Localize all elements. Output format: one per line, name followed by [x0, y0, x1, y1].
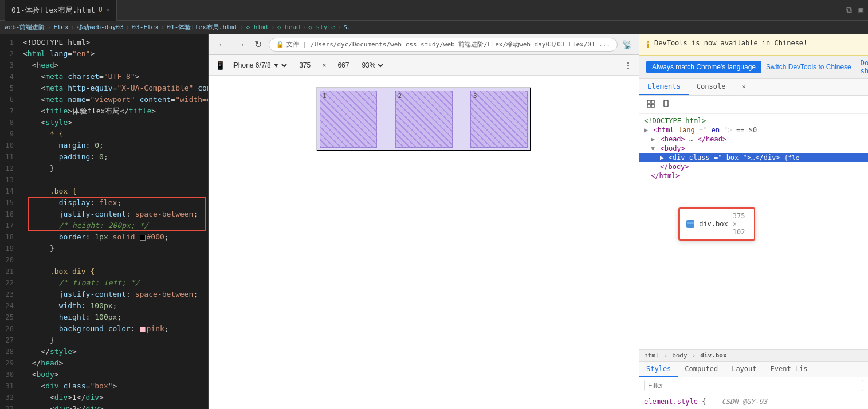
code-line-18: 18 border: 1px solid #000; — [0, 231, 208, 243]
device-selector[interactable]: iPhone 6/7/8 ▼ — [230, 61, 289, 70]
forward-button[interactable]: → — [234, 38, 248, 51]
bc-web[interactable]: web-前端进阶 — [5, 23, 45, 32]
code-line-28: 28 </style> — [0, 346, 208, 357]
devtools-lang-bar: Always match Chrome's language Switch De… — [639, 56, 868, 79]
switch-to-chinese-button[interactable]: Switch DevTools to Chinese — [766, 63, 851, 71]
mobile-frame: 1 2 3 — [316, 87, 531, 151]
height-input[interactable]: 667 — [332, 61, 355, 69]
svg-rect-2 — [647, 100, 650, 103]
element-style-line: element.style { CSDN @GY-93 — [644, 398, 863, 406]
bc-selector[interactable]: $.​ — [343, 23, 351, 31]
url-text: 文件 | /Users/dyc/Documents/web-css-study/… — [286, 40, 610, 49]
svg-rect-1 — [687, 222, 694, 224]
dont-show-button[interactable]: Don't show — [861, 59, 868, 75]
code-line-7: 7 <title>体验flex布局</title> — [0, 105, 208, 117]
tab-elements[interactable]: Elements — [639, 79, 689, 95]
tab-item[interactable]: 01-体验flex布局.html U × — [5, 0, 117, 21]
dom-body-open[interactable]: ▼ <body> — [639, 144, 868, 153]
flex-demo-box: 1 2 3 — [317, 88, 531, 151]
code-line-4: 4 <meta charset="UTF-8"> — [0, 71, 208, 82]
svg-rect-5 — [651, 104, 654, 107]
path-html[interactable]: html — [644, 352, 659, 359]
code-line-5: 5 <meta http-equiv="X-UA-Compatible" con… — [0, 82, 208, 94]
tab-more[interactable]: » — [733, 79, 753, 95]
code-line-32: 32 <div>1</div> — [0, 392, 208, 403]
bc-03flex[interactable]: 03-Flex — [132, 23, 158, 31]
flex-child-3: 3 — [470, 91, 528, 148]
code-line-22: 22 /* float: left; */ — [0, 277, 208, 289]
code-panel[interactable]: 1 <!DOCTYPE html> 2 <html lang="en"> 3 <… — [0, 34, 209, 409]
cast-icon: 📡 — [622, 40, 632, 49]
tooltip-element-icon — [686, 220, 694, 228]
bc-file[interactable]: 01-体验flex布局.html — [167, 23, 237, 32]
dom-doctype[interactable]: <!DOCTYPE html> — [639, 116, 868, 125]
code-line-33: 33 <div>2</div> — [0, 403, 208, 409]
tab-close[interactable]: × — [106, 6, 110, 14]
path-div[interactable]: div.box — [700, 352, 726, 359]
code-line-6: 6 <meta name="viewport" content="width=d… — [0, 94, 208, 105]
path-body[interactable]: body — [672, 352, 688, 359]
mobile-preview-area: 1 2 3 div.box 375 × 102 — [209, 76, 639, 409]
inspect-element-button[interactable] — [644, 98, 658, 111]
computed-tab[interactable]: Computed — [678, 362, 725, 377]
tab-filename: 01-体验flex布局.html — [11, 5, 95, 15]
url-bar[interactable]: 🔒 文件 | /Users/dyc/Documents/web-css-stud… — [269, 38, 618, 52]
element-tooltip: div.box 375 × 102 — [678, 207, 755, 241]
width-input[interactable]: 375 — [293, 61, 316, 69]
code-line-19: 19 } — [0, 243, 208, 254]
code-line-26: 26 background-color: pink; — [0, 323, 208, 335]
dom-html-close[interactable]: </html> — [639, 171, 868, 180]
devtools-notification: ℹ DevTools is now available in Chinese! — [639, 34, 868, 56]
bc-head[interactable]: ◇ head — [277, 23, 300, 31]
code-line-25: 25 height: 100px; — [0, 312, 208, 323]
code-line-20: 20 — [0, 254, 208, 266]
filter-input[interactable] — [644, 380, 863, 391]
tab-console[interactable]: Console — [689, 79, 734, 95]
styles-tab[interactable]: Styles — [639, 362, 678, 377]
event-listeners-tab[interactable]: Event Lis — [764, 362, 815, 377]
bc-style[interactable]: ◇ style — [308, 23, 335, 31]
devtools-tabs: Elements Console » — [639, 79, 868, 96]
dimension-x: × — [322, 61, 326, 69]
svg-rect-4 — [647, 104, 650, 107]
tooltip-dimensions: 375 × 102 — [733, 212, 748, 236]
split-editor-icon[interactable]: ⧉ — [846, 5, 852, 15]
code-line-9: 9 * { — [0, 128, 208, 140]
bc-html[interactable]: ◇ html — [246, 23, 269, 31]
tab-modified: U — [99, 6, 103, 14]
devtools-toolbar — [639, 96, 868, 114]
flex-child-2: 2 — [395, 91, 453, 148]
code-line-8: 8 <style> — [0, 117, 208, 128]
layout-tab[interactable]: Layout — [725, 362, 763, 377]
dom-body-close[interactable]: </body> — [639, 162, 868, 171]
code-line-27: 27 } — [0, 335, 208, 346]
code-line-14: 14 .box { — [0, 186, 208, 197]
highlight-group: 15 display: flex; 16 justify-content: sp… — [0, 197, 208, 231]
code-line-3: 3 <head> — [0, 60, 208, 71]
dom-html[interactable]: ▶ <html lang =" en "> == $0 — [639, 125, 868, 135]
code-line-23: 23 justify-content: space-between; — [0, 289, 208, 300]
layout-icon[interactable]: ▣ — [859, 5, 863, 15]
mobile-icon: 📱 — [215, 61, 225, 70]
device-toolbar: 📱 iPhone 6/7/8 ▼ 375 × 667 93% ⋮ — [209, 55, 639, 76]
tab-bar-icons: ⧉ ▣ — [846, 5, 863, 15]
styles-filter-bar — [639, 377, 868, 394]
code-line-17: 17 /* height: 200px; */ — [0, 220, 208, 231]
bc-day[interactable]: 移动web-day03 — [77, 23, 124, 32]
bc-flex[interactable]: Flex — [53, 23, 69, 31]
back-button[interactable]: ← — [215, 38, 229, 51]
zoom-selector[interactable]: 93% — [359, 61, 385, 70]
reload-button[interactable]: ↻ — [252, 38, 264, 51]
dom-div-box[interactable]: ▶ <div class =" box ">…</div> {fle — [639, 153, 868, 162]
dom-head[interactable]: ▶ <head> … </head> — [639, 135, 868, 144]
more-options-button[interactable]: ⋮ — [624, 61, 632, 70]
code-line-24: 24 width: 100px; — [0, 300, 208, 312]
code-line-30: 30 <body> — [0, 369, 208, 380]
code-line-31: 31 <div class="box"> — [0, 380, 208, 392]
svg-point-7 — [666, 105, 666, 106]
device-toggle-button[interactable] — [660, 98, 674, 111]
info-icon: ℹ — [646, 40, 650, 50]
styles-content: element.style { CSDN @GY-93 — [639, 394, 868, 409]
match-language-button[interactable]: Always match Chrome's language — [646, 61, 761, 73]
breadcrumb: web-前端进阶 › Flex › 移动web-day03 › 03-Flex … — [0, 21, 868, 34]
